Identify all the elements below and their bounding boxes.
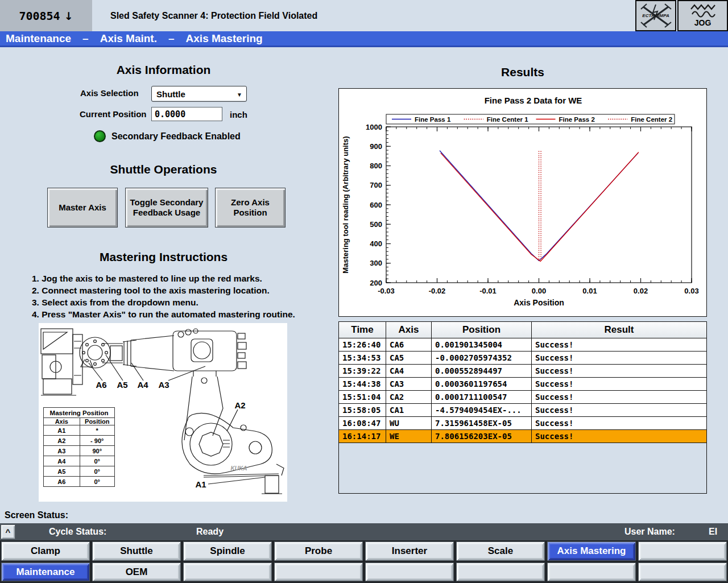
nav-empty-button[interactable] <box>274 563 363 581</box>
position-cell: 0.000552894497 <box>432 365 532 377</box>
position-cell: 0.001901345004 <box>432 338 532 351</box>
axis-cell: CA5 <box>386 352 432 364</box>
nav-maintenance-button[interactable]: Maintenance <box>1 563 90 581</box>
results-table: TimeAxisPositionResult 15:26:40CA60.0019… <box>338 321 707 494</box>
master-axis-button[interactable]: Master Axis <box>47 188 118 228</box>
nav-inserter-button[interactable]: Inserter <box>365 541 454 561</box>
svg-text:300: 300 <box>370 259 382 267</box>
axis-cell: CA4 <box>386 365 432 377</box>
nav-spindle-button[interactable]: Spindle <box>183 541 272 561</box>
user-name-label: User Name: <box>624 527 675 537</box>
svg-text:700: 700 <box>370 181 382 189</box>
robot-axis-label-a5: A5 <box>117 380 127 390</box>
robot-axis-label-a4: A4 <box>137 380 148 390</box>
mastering-col-axis: Axis <box>44 418 80 425</box>
result-cell: Success! <box>532 378 706 390</box>
axis-selection-value: Shuttle <box>156 89 185 99</box>
mastering-value: 90° <box>80 446 115 456</box>
mastering-row: A1* <box>44 425 115 436</box>
mastering-axis: A4 <box>44 456 80 466</box>
collapse-button[interactable]: ^ <box>1 524 15 539</box>
instruction-step-3: 3. Select axis from the dropdown menu. <box>32 297 302 308</box>
position-cell: 7.315961458EX-05 <box>432 417 532 429</box>
instructions-list: 1. Jog the axis to be mastered to line u… <box>32 273 302 321</box>
axis-selection-dropdown[interactable]: Shuttle ▼ <box>151 86 247 102</box>
axis-selection-label: Axis Selection <box>80 88 139 98</box>
cycle-status-label: Cycle Status: <box>49 527 106 537</box>
result-cell: Success! <box>532 417 706 429</box>
time-cell: 15:34:53 <box>339 352 386 364</box>
results-row-ca4[interactable]: 15:39:22CA40.000552894497Success! <box>339 365 706 378</box>
secondary-feedback-label: Secondary Feedback Enabled <box>111 131 241 142</box>
svg-text:800: 800 <box>370 162 382 170</box>
nav-shuttle-button[interactable]: Shuttle <box>92 541 181 561</box>
mastering-row: A60° <box>44 477 115 487</box>
breadcrumb-item-axis-maint-[interactable]: Axis Maint. <box>100 32 157 45</box>
nav-empty-button[interactable] <box>638 563 727 581</box>
zero-axis-position-button[interactable]: Zero Axis Position <box>215 188 286 228</box>
nav-empty-button[interactable] <box>638 541 727 561</box>
results-row-ca2[interactable]: 15:51:04CA20.0001711100547Success! <box>339 391 706 404</box>
breadcrumb-separator: – <box>168 32 175 45</box>
nav-axis-mastering-button[interactable]: Axis Mastering <box>547 541 636 561</box>
result-cell: Success! <box>532 365 706 377</box>
svg-text:-0.01: -0.01 <box>479 287 497 295</box>
robot-axis-label-a3: A3 <box>158 380 169 390</box>
nav-empty-button[interactable] <box>183 563 272 581</box>
mastering-instructions-title: Mastering Instructions <box>34 250 293 264</box>
nav-oem-button[interactable]: OEM <box>92 563 181 581</box>
mastering-col-position: Position <box>80 418 115 425</box>
results-title: Results <box>338 65 707 79</box>
robot-brand-label: KUKA <box>231 465 247 472</box>
results-row-ca1[interactable]: 15:58:05CA1-4.579409454EX-...Success! <box>339 404 706 417</box>
result-cell: Success! <box>532 352 706 364</box>
axis-cell: CA3 <box>386 378 432 390</box>
nav-empty-button[interactable] <box>456 563 545 581</box>
alarm-message: Sled Safety Scanner 4: Protection Field … <box>92 0 651 31</box>
jog-mode-button[interactable]: JOG <box>677 0 728 31</box>
svg-text:900: 900 <box>370 142 382 151</box>
results-row-wu[interactable]: 16:08:47WU7.315961458EX-05Success! <box>339 417 706 430</box>
current-position-field[interactable] <box>151 107 222 121</box>
cycle-status-value: Ready <box>196 527 224 537</box>
svg-text:0.02: 0.02 <box>634 287 648 295</box>
results-col-result: Result <box>532 322 706 338</box>
svg-text:-0.02: -0.02 <box>429 287 446 295</box>
nav-scale-button[interactable]: Scale <box>456 541 545 561</box>
position-cell: 7.806156203EX-05 <box>432 430 532 443</box>
results-col-position: Position <box>432 322 532 338</box>
nav-empty-button[interactable] <box>365 563 454 581</box>
svg-text:-0.03: -0.03 <box>378 287 395 295</box>
results-row-ca5[interactable]: 15:34:53CA5-0.0002705974352Success! <box>339 352 706 365</box>
current-position-label: Current Position <box>80 109 147 119</box>
mastering-row: A50° <box>44 466 115 477</box>
breadcrumb-item-axis-mastering[interactable]: Axis Mastering <box>186 32 263 45</box>
mastering-value: 0° <box>80 477 115 487</box>
unit-label: inch <box>230 110 247 119</box>
nav-probe-button[interactable]: Probe <box>274 541 363 561</box>
alarm-number-tab[interactable]: 700854 ↓ <box>0 0 92 31</box>
shuttle-operations-title: Shuttle Operations <box>34 163 293 176</box>
time-cell: 15:51:04 <box>339 391 386 403</box>
results-table-header: TimeAxisPositionResult <box>339 322 706 338</box>
toggle-secondary-feedback-usage-button[interactable]: Toggle Secondary Feedback Usage <box>125 188 208 228</box>
results-row-ca3[interactable]: 15:44:38CA30.0003601197654Success! <box>339 378 706 391</box>
results-row-ca6[interactable]: 15:26:40CA60.001901345004Success! <box>339 338 706 352</box>
time-cell: 16:14:17 <box>339 430 386 443</box>
svg-text:600: 600 <box>370 201 382 209</box>
logo-text: ECTROIMPA <box>642 13 669 18</box>
axis-cell: CA2 <box>386 391 432 403</box>
mastering-axis: A2 <box>44 436 80 446</box>
svg-text:0.00: 0.00 <box>532 287 546 295</box>
result-cell: Success! <box>532 338 706 351</box>
robot-axis-label-a6: A6 <box>96 380 106 390</box>
nav-empty-button[interactable] <box>547 563 636 581</box>
electroimpact-logo-button[interactable]: ECTROIMPA <box>635 0 676 31</box>
results-row-we[interactable]: 16:14:17WE7.806156203EX-05Success! <box>339 430 706 443</box>
secondary-feedback-led <box>94 130 106 142</box>
nav-clamp-button[interactable]: Clamp <box>1 541 90 561</box>
time-cell: 16:08:47 <box>339 417 386 429</box>
breadcrumb-item-maintenance[interactable]: Maintenance <box>6 32 71 45</box>
user-name-value: EI <box>709 527 717 537</box>
instruction-step-4: 4. Press "Master Axis" to run the automa… <box>32 309 302 320</box>
